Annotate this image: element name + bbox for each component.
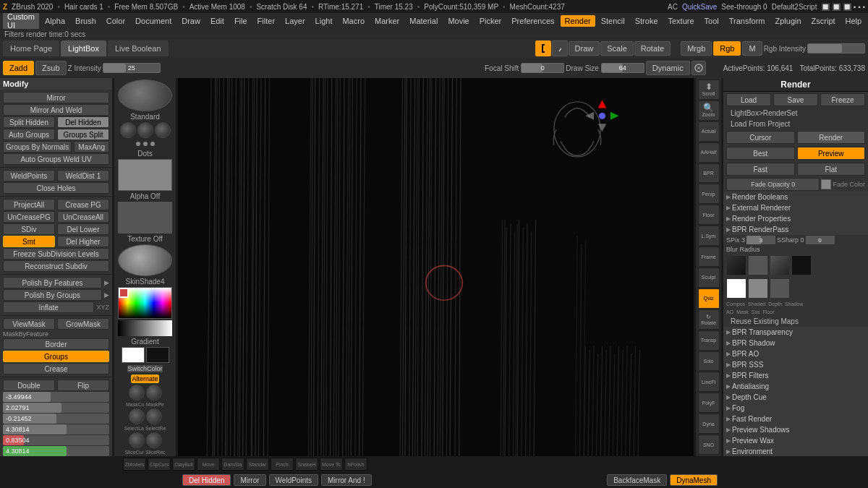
bpr-preview-floor[interactable] [770,278,790,299]
mirror-bottom-btn[interactable]: Mirror [234,474,265,486]
groups-split-btn[interactable]: Groups Split [57,129,109,140]
preview-wax-section[interactable]: Preview Wax [723,435,868,446]
render-booleans-section[interactable]: Render Booleans [723,192,868,202]
del-hidden-btn[interactable]: Del Hidden [57,116,109,128]
reconstruct-subdiv-btn[interactable]: Reconstruct Subdiv [3,260,109,272]
smt-btn[interactable]: Smt [3,236,55,247]
mask-pe-btn[interactable] [146,385,162,401]
rotate-btn[interactable]: Rotate [634,41,671,56]
cursor-tab[interactable]: Cursor [726,131,795,144]
spix-slider[interactable]: 3 [746,236,775,244]
polish-groups-btn[interactable]: Polish By Groups [3,289,102,301]
external-renderer-section[interactable]: External Renderer [723,202,868,213]
fade-color-swatch[interactable] [821,179,831,189]
mask-cu-btn[interactable] [129,385,145,401]
weld-points-btn[interactable]: WeldPoints [3,170,55,181]
frame-btn[interactable]: Frame [698,247,720,267]
black-swatch[interactable] [146,347,169,363]
xyz-size-slider[interactable]: 4.30814 [3,424,109,435]
zadd-btn[interactable]: Zadd [3,61,34,75]
modify-title[interactable]: Modify [0,78,112,90]
mirror-and-btn[interactable]: Mirror And ! [321,474,372,486]
sno-btn[interactable]: SNO [698,435,720,455]
lsym-btn[interactable]: L.Sym [698,226,720,246]
ssharp-slider[interactable]: 0 [806,236,835,244]
stroke-dot-2[interactable] [137,122,153,138]
y-pos-slider[interactable]: 2.02791 [3,403,109,413]
menu-movie[interactable]: Movie [443,15,473,27]
material-preview[interactable] [118,244,172,276]
freeze-subdiv-btn[interactable]: Freeze SubDivision Levels [3,248,109,260]
draw-curve-btn[interactable] [552,40,568,56]
menu-texture[interactable]: Texture [664,15,699,27]
fast-btn[interactable]: Fast [726,163,795,176]
bpr-preview-sss[interactable] [748,278,768,299]
canvas-wrapper[interactable] [178,78,694,456]
bpr-transparency-section[interactable]: BPR Transparency [723,327,868,338]
brush-preview[interactable] [118,80,172,111]
tab-live-boolean[interactable]: Live Boolean [108,40,169,56]
switch-color-btn[interactable]: SwitchColor [127,364,163,373]
auto-groups-weld-uv-btn[interactable]: Auto Groups Weld UV [3,153,109,165]
m-btn[interactable]: M [742,41,762,56]
scale-btn[interactable]: Scale [600,41,634,56]
dynamic-icon-btn[interactable] [692,61,706,75]
bpr-filters-section[interactable]: BPR Filters [723,370,868,381]
rgb-btn[interactable]: Rgb [713,41,741,56]
best-btn[interactable]: Best [726,147,795,160]
texture-preview[interactable] [118,202,172,234]
del-hidden-bottom-btn[interactable]: Del Hidden [182,474,231,486]
weld-dist-btn[interactable]: WeldDist 1 [57,170,109,181]
menu-zplugin[interactable]: Zplugin [770,15,805,27]
render-tab[interactable]: Render [797,131,866,144]
draw-size-slider[interactable]: 64 [601,63,644,73]
load-from-project[interactable]: Load From Project [723,119,868,129]
x-size-slider[interactable]: 0.83504 [3,435,109,445]
pinch-btn[interactable]: Pinch [271,458,294,471]
antialiasing-section[interactable]: Antialiasing [723,381,868,392]
del-higher-btn[interactable]: Del Higher [57,236,109,247]
tab-lightbox[interactable]: LightBox [61,40,106,56]
backface-mask-btn[interactable]: BackfaceMask [607,474,667,486]
bpr-preview-shadow[interactable] [791,255,812,275]
preview-shadows-section[interactable]: Preview Shadows [723,424,868,435]
y-size-slider[interactable]: 4.30814 [3,446,109,456]
select-la-btn[interactable] [129,408,145,424]
menu-color[interactable]: Color [102,15,129,27]
fade-opacity-btn[interactable]: Fade Opacity 0 [726,178,820,191]
render-load-btn[interactable]: Load [726,93,771,106]
menu-transform[interactable]: Transform [725,15,770,27]
polish-features-btn[interactable]: Polish By Features [3,277,102,288]
persp-btn[interactable]: Persp [698,184,720,204]
focal-shift-slider[interactable]: 0 [521,63,564,73]
menu-filter[interactable]: Filter [253,15,279,27]
clipcurs-btn[interactable]: ClipCurs [148,458,171,471]
menu-tool[interactable]: Tool [700,15,723,27]
sdiv-btn[interactable]: SDiv [3,223,55,235]
menu-stencil[interactable]: Stencil [597,15,629,27]
bpr-ao-section[interactable]: BPR AO [723,348,868,359]
menu-material[interactable]: Material [405,15,442,27]
uncrease-all-btn[interactable]: UnCreaseAll [57,211,109,223]
bpr-shadow-section[interactable]: BPR Shadow [723,338,868,348]
menu-marker[interactable]: Marker [370,15,404,27]
menu-zscript[interactable]: Zscript [807,15,840,27]
actual-btn[interactable]: Actual [698,121,720,142]
menu-file[interactable]: File [230,15,252,27]
stroke-dot-1[interactable] [120,122,136,138]
bpr-sss-section[interactable]: BPR SSS [723,359,868,370]
inflate-btn[interactable]: Inflate [3,301,94,313]
uncrease-pg-btn[interactable]: UnCreasePG [3,211,55,223]
snakeh-btn[interactable]: SnakeH [295,458,318,471]
sculptris-btn[interactable]: Sculpt [698,267,720,288]
reuse-maps[interactable]: Reuse Existing Maps [723,316,868,327]
slice-rec-btn[interactable] [146,432,162,448]
select-re-btn[interactable] [146,408,162,424]
growmask-btn[interactable]: GrowMask [57,318,109,330]
menu-preferences[interactable]: Preferences [507,15,558,27]
bpr-renderpass-section[interactable]: BPR RenderPass [723,224,868,235]
menu-document[interactable]: Document [131,15,176,27]
menu-render[interactable]: Render [561,15,595,27]
double-btn[interactable]: Double [3,380,55,391]
crease-btn[interactable]: Crease [3,363,109,374]
